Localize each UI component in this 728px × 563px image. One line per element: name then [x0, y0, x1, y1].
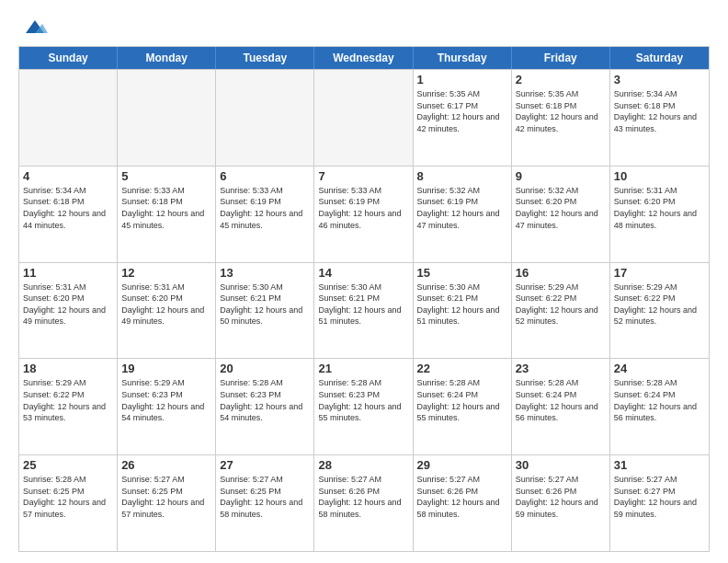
day-number: 19 [121, 362, 211, 375]
cal-header-friday: Friday [512, 47, 610, 69]
day-info: Sunrise: 5:27 AMSunset: 6:26 PMDaylight:… [318, 474, 408, 520]
cal-header-sunday: Sunday [19, 47, 118, 69]
day-number: 11 [23, 266, 113, 280]
cal-cell: 6Sunrise: 5:33 AMSunset: 6:19 PMDaylight… [216, 167, 314, 262]
day-info: Sunrise: 5:34 AMSunset: 6:18 PMDaylight:… [614, 88, 705, 134]
day-number: 30 [516, 458, 606, 472]
logo-icon [22, 17, 48, 37]
cal-week-1: 1Sunrise: 5:35 AMSunset: 6:17 PMDaylight… [19, 69, 709, 166]
day-info: Sunrise: 5:31 AMSunset: 6:20 PMDaylight:… [23, 282, 113, 327]
cal-cell: 14Sunrise: 5:30 AMSunset: 6:21 PMDayligh… [314, 263, 413, 359]
day-number: 13 [220, 266, 310, 280]
calendar-body: 1Sunrise: 5:35 AMSunset: 6:17 PMDaylight… [19, 69, 709, 551]
day-number: 7 [318, 169, 408, 183]
cal-cell: 12Sunrise: 5:31 AMSunset: 6:20 PMDayligh… [118, 263, 216, 359]
cal-cell: 3Sunrise: 5:34 AMSunset: 6:18 PMDaylight… [610, 70, 709, 166]
cal-cell [118, 70, 216, 166]
day-number: 12 [121, 266, 211, 280]
cal-cell: 28Sunrise: 5:27 AMSunset: 6:26 PMDayligh… [314, 455, 413, 551]
cal-cell: 10Sunrise: 5:31 AMSunset: 6:20 PMDayligh… [610, 167, 709, 262]
page: SundayMondayTuesdayWednesdayThursdayFrid… [0, 0, 728, 563]
day-number: 2 [516, 73, 606, 86]
day-info: Sunrise: 5:30 AMSunset: 6:21 PMDaylight:… [318, 282, 408, 327]
day-info: Sunrise: 5:27 AMSunset: 6:26 PMDaylight:… [516, 474, 606, 520]
cal-cell [314, 70, 413, 166]
day-info: Sunrise: 5:28 AMSunset: 6:24 PMDaylight:… [614, 377, 705, 423]
cal-cell: 2Sunrise: 5:35 AMSunset: 6:18 PMDaylight… [512, 70, 610, 166]
cal-cell: 26Sunrise: 5:27 AMSunset: 6:25 PMDayligh… [118, 455, 216, 551]
day-info: Sunrise: 5:27 AMSunset: 6:25 PMDaylight:… [121, 474, 211, 520]
day-info: Sunrise: 5:27 AMSunset: 6:25 PMDaylight:… [220, 474, 310, 520]
day-info: Sunrise: 5:32 AMSunset: 6:19 PMDaylight:… [417, 185, 507, 231]
day-number: 25 [23, 458, 113, 472]
day-info: Sunrise: 5:31 AMSunset: 6:20 PMDaylight:… [121, 282, 211, 327]
logo [18, 15, 48, 37]
cal-cell: 19Sunrise: 5:29 AMSunset: 6:23 PMDayligh… [118, 359, 216, 454]
cal-cell: 31Sunrise: 5:27 AMSunset: 6:27 PMDayligh… [610, 455, 709, 551]
header [18, 15, 710, 37]
cal-header-wednesday: Wednesday [314, 47, 413, 69]
day-number: 18 [23, 362, 113, 375]
calendar-header-row: SundayMondayTuesdayWednesdayThursdayFrid… [19, 47, 709, 69]
cal-cell: 29Sunrise: 5:27 AMSunset: 6:26 PMDayligh… [414, 455, 512, 551]
day-number: 10 [614, 169, 705, 183]
cal-cell: 13Sunrise: 5:30 AMSunset: 6:21 PMDayligh… [216, 263, 314, 359]
day-number: 22 [417, 362, 507, 375]
cal-cell: 30Sunrise: 5:27 AMSunset: 6:26 PMDayligh… [512, 455, 610, 551]
day-info: Sunrise: 5:30 AMSunset: 6:21 PMDaylight:… [417, 282, 507, 327]
day-number: 27 [220, 458, 310, 472]
day-number: 29 [417, 458, 507, 472]
cal-header-thursday: Thursday [414, 47, 512, 69]
cal-cell: 5Sunrise: 5:33 AMSunset: 6:18 PMDaylight… [118, 167, 216, 262]
cal-cell: 7Sunrise: 5:33 AMSunset: 6:19 PMDaylight… [314, 167, 413, 262]
day-number: 17 [614, 266, 705, 280]
day-info: Sunrise: 5:31 AMSunset: 6:20 PMDaylight:… [614, 185, 705, 231]
day-number: 9 [516, 169, 606, 183]
cal-cell: 8Sunrise: 5:32 AMSunset: 6:19 PMDaylight… [414, 167, 512, 262]
day-number: 31 [614, 458, 705, 472]
day-number: 15 [417, 266, 507, 280]
cal-week-4: 18Sunrise: 5:29 AMSunset: 6:22 PMDayligh… [19, 358, 709, 454]
day-number: 6 [220, 169, 310, 183]
cal-week-2: 4Sunrise: 5:34 AMSunset: 6:18 PMDaylight… [19, 166, 709, 262]
day-number: 5 [121, 169, 211, 183]
cal-cell: 9Sunrise: 5:32 AMSunset: 6:20 PMDaylight… [512, 167, 610, 262]
day-info: Sunrise: 5:27 AMSunset: 6:27 PMDaylight:… [614, 474, 705, 520]
day-number: 14 [318, 266, 408, 280]
day-number: 20 [220, 362, 310, 375]
day-number: 26 [121, 458, 211, 472]
day-number: 16 [516, 266, 606, 280]
cal-cell: 20Sunrise: 5:28 AMSunset: 6:23 PMDayligh… [216, 359, 314, 454]
cal-cell: 27Sunrise: 5:27 AMSunset: 6:25 PMDayligh… [216, 455, 314, 551]
cal-cell: 11Sunrise: 5:31 AMSunset: 6:20 PMDayligh… [19, 263, 118, 359]
cal-cell: 23Sunrise: 5:28 AMSunset: 6:24 PMDayligh… [512, 359, 610, 454]
cal-cell [216, 70, 314, 166]
day-number: 4 [23, 169, 113, 183]
day-info: Sunrise: 5:28 AMSunset: 6:25 PMDaylight:… [23, 474, 113, 520]
cal-cell: 1Sunrise: 5:35 AMSunset: 6:17 PMDaylight… [414, 70, 512, 166]
day-number: 28 [318, 458, 408, 472]
day-info: Sunrise: 5:35 AMSunset: 6:18 PMDaylight:… [516, 88, 606, 134]
day-info: Sunrise: 5:33 AMSunset: 6:18 PMDaylight:… [121, 185, 211, 231]
day-info: Sunrise: 5:34 AMSunset: 6:18 PMDaylight:… [23, 185, 113, 231]
cal-cell: 18Sunrise: 5:29 AMSunset: 6:22 PMDayligh… [19, 359, 118, 454]
cal-cell: 15Sunrise: 5:30 AMSunset: 6:21 PMDayligh… [414, 263, 512, 359]
day-info: Sunrise: 5:29 AMSunset: 6:22 PMDaylight:… [614, 282, 705, 327]
day-info: Sunrise: 5:33 AMSunset: 6:19 PMDaylight:… [220, 185, 310, 231]
day-info: Sunrise: 5:29 AMSunset: 6:22 PMDaylight:… [23, 377, 113, 423]
day-info: Sunrise: 5:30 AMSunset: 6:21 PMDaylight:… [220, 282, 310, 327]
day-number: 23 [516, 362, 606, 375]
day-number: 24 [614, 362, 705, 375]
day-info: Sunrise: 5:28 AMSunset: 6:24 PMDaylight:… [516, 377, 606, 423]
cal-cell: 22Sunrise: 5:28 AMSunset: 6:24 PMDayligh… [414, 359, 512, 454]
cal-cell: 25Sunrise: 5:28 AMSunset: 6:25 PMDayligh… [19, 455, 118, 551]
cal-cell: 16Sunrise: 5:29 AMSunset: 6:22 PMDayligh… [512, 263, 610, 359]
day-info: Sunrise: 5:27 AMSunset: 6:26 PMDaylight:… [417, 474, 507, 520]
cal-header-tuesday: Tuesday [216, 47, 314, 69]
day-info: Sunrise: 5:35 AMSunset: 6:17 PMDaylight:… [417, 88, 507, 134]
day-info: Sunrise: 5:28 AMSunset: 6:23 PMDaylight:… [318, 377, 408, 423]
day-number: 1 [417, 73, 507, 86]
day-number: 3 [614, 73, 705, 86]
day-number: 8 [417, 169, 507, 183]
day-info: Sunrise: 5:28 AMSunset: 6:24 PMDaylight:… [417, 377, 507, 423]
